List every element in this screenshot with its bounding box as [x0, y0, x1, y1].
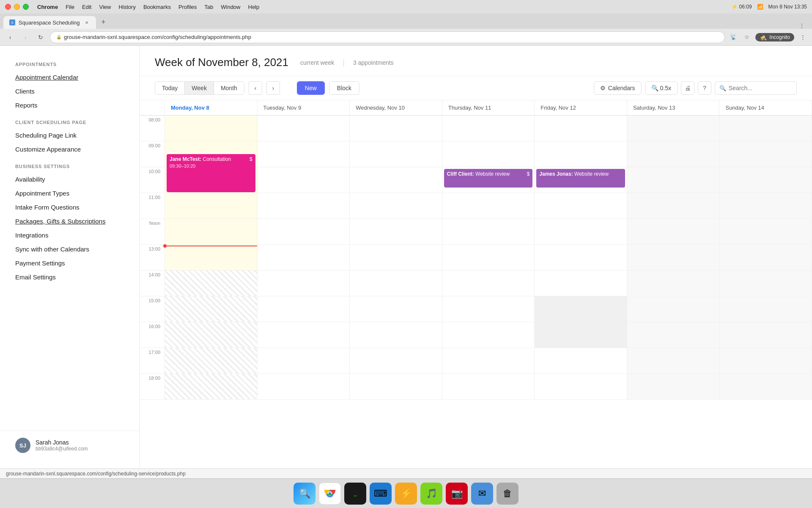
cell-tue-1500[interactable]	[258, 296, 350, 322]
cell-fri-1000[interactable]: James Jonas: Website review	[535, 167, 627, 193]
cell-sat-1100[interactable]	[627, 193, 720, 218]
dock-chrome[interactable]	[319, 483, 341, 505]
cell-sun-0900[interactable]	[719, 141, 812, 167]
cell-thu-0800[interactable]	[442, 116, 535, 141]
sidebar-item-reports[interactable]: Reports	[0, 98, 139, 112]
cell-mon-0900[interactable]: $ Jane McTest: Consultation 09:30–10:20	[165, 141, 258, 167]
cell-wed-1300[interactable]	[350, 245, 442, 270]
menu-chrome[interactable]: Chrome	[37, 4, 58, 10]
prev-week-button[interactable]: ‹	[249, 81, 262, 95]
cell-fri-0900[interactable]	[535, 141, 627, 167]
cell-wed-0800[interactable]	[350, 116, 442, 141]
menu-file[interactable]: File	[66, 4, 74, 10]
cell-mon-0800[interactable]	[165, 116, 258, 141]
today-button[interactable]: Today	[155, 82, 185, 94]
menu-help[interactable]: Help	[248, 4, 260, 10]
cell-fri-1500[interactable]	[535, 296, 627, 322]
appointment-james-jonas[interactable]: James Jonas: Website review	[536, 169, 625, 188]
cell-fri-1800[interactable]	[535, 374, 627, 399]
cell-tue-1700[interactable]	[258, 348, 350, 373]
browser-tab[interactable]: S Squarespace Scheduling ✕	[3, 16, 96, 29]
cell-tue-1600[interactable]	[258, 322, 350, 348]
dock-vscode[interactable]: ⌨	[370, 483, 392, 505]
cast-icon[interactable]: 📡	[728, 32, 738, 42]
search-input[interactable]	[729, 82, 792, 94]
cell-fri-1600[interactable]	[535, 322, 627, 348]
cell-sat-1600[interactable]	[627, 322, 720, 348]
sidebar-item-payment-settings[interactable]: Payment Settings	[0, 256, 139, 270]
cell-fri-1400[interactable]	[535, 271, 627, 296]
cell-mon-1600[interactable]	[165, 322, 258, 348]
dock-app1[interactable]: ⚡	[395, 483, 417, 505]
menu-window[interactable]: Window	[221, 4, 240, 10]
cell-mon-1700[interactable]	[165, 348, 258, 373]
cell-sat-1000[interactable]	[627, 167, 720, 193]
week-button[interactable]: Week	[185, 82, 214, 94]
block-button[interactable]: Block	[329, 81, 359, 95]
new-tab-button[interactable]: +	[98, 16, 110, 28]
cell-tue-1000[interactable]	[258, 167, 350, 193]
dock-app3[interactable]: 📷	[446, 483, 468, 505]
close-button[interactable]	[5, 4, 11, 10]
appointment-jane-mctest[interactable]: $ Jane McTest: Consultation 09:30–10:20	[167, 154, 255, 192]
cell-sun-1100[interactable]	[719, 193, 812, 218]
cell-sat-1800[interactable]	[627, 374, 720, 399]
forward-button[interactable]: ›	[19, 31, 31, 43]
new-appointment-button[interactable]: New	[297, 81, 325, 95]
calendars-filter-button[interactable]: ⚙ Calendars	[594, 81, 642, 95]
cell-sun-1000[interactable]	[719, 167, 812, 193]
menu-history[interactable]: History	[118, 4, 135, 10]
cell-tue-1100[interactable]	[258, 193, 350, 218]
cell-tue-0900[interactable]	[258, 141, 350, 167]
month-button[interactable]: Month	[214, 82, 244, 94]
sidebar-item-customize-appearance[interactable]: Customize Appearance	[0, 142, 139, 156]
zoom-button[interactable]: 🔍 0.5x	[645, 81, 678, 95]
cell-thu-1600[interactable]	[442, 322, 535, 348]
next-week-button[interactable]: ›	[266, 81, 280, 95]
cell-mon-1300[interactable]	[165, 245, 258, 270]
cell-tue-noon[interactable]	[258, 219, 350, 244]
menu-bookmarks[interactable]: Bookmarks	[143, 4, 171, 10]
menu-profiles[interactable]: Profiles	[178, 4, 197, 10]
cell-mon-noon[interactable]	[165, 219, 258, 244]
cell-thu-1000[interactable]: $ Cliff Client: Website review	[442, 167, 535, 193]
cell-thu-1700[interactable]	[442, 348, 535, 373]
cell-sat-0800[interactable]	[627, 116, 720, 141]
sidebar-item-email-settings[interactable]: Email Settings	[0, 270, 139, 284]
cell-mon-1400[interactable]	[165, 271, 258, 296]
tab-close-button[interactable]: ✕	[83, 19, 90, 26]
cell-sun-noon[interactable]	[719, 219, 812, 244]
cell-sat-1500[interactable]	[627, 296, 720, 322]
cell-mon-1500[interactable]	[165, 296, 258, 322]
cell-sat-noon[interactable]	[627, 219, 720, 244]
dock-finder[interactable]: 🔍	[294, 483, 315, 505]
sidebar-item-appointment-calendar[interactable]: Appointment Calendar	[0, 70, 139, 84]
cell-thu-1100[interactable]	[442, 193, 535, 218]
menu-tab[interactable]: Tab	[204, 4, 213, 10]
cell-wed-1400[interactable]	[350, 271, 442, 296]
cell-thu-0900[interactable]	[442, 141, 535, 167]
dock-app2[interactable]: 🎵	[420, 483, 442, 505]
cell-wed-1100[interactable]	[350, 193, 442, 218]
help-button[interactable]: ?	[698, 81, 711, 95]
menu-view[interactable]: View	[99, 4, 111, 10]
cell-sat-1300[interactable]	[627, 245, 720, 270]
cell-mon-1100[interactable]	[165, 193, 258, 218]
dock-app4[interactable]: ✉	[471, 483, 493, 505]
url-bar[interactable]: 🔒 grouse-mandarin-sxnl.squarespace.com/c…	[50, 31, 725, 43]
minimize-button[interactable]	[14, 4, 20, 10]
cell-sun-1700[interactable]	[719, 348, 812, 373]
cell-sat-1400[interactable]	[627, 271, 720, 296]
bookmark-icon[interactable]: ☆	[742, 32, 752, 42]
maximize-button[interactable]	[23, 4, 29, 10]
cell-sun-1500[interactable]	[719, 296, 812, 322]
sidebar-item-sync-calendars[interactable]: Sync with other Calendars	[0, 242, 139, 256]
sidebar-item-intake-form-questions[interactable]: Intake Form Questions	[0, 200, 139, 214]
search-box[interactable]: 🔍	[715, 81, 797, 95]
cell-sun-1300[interactable]	[719, 245, 812, 270]
cell-wed-1800[interactable]	[350, 374, 442, 399]
more-button[interactable]: ⋮	[798, 32, 808, 42]
cell-wed-0900[interactable]	[350, 141, 442, 167]
cell-sat-0900[interactable]	[627, 141, 720, 167]
cell-sun-1800[interactable]	[719, 374, 812, 399]
